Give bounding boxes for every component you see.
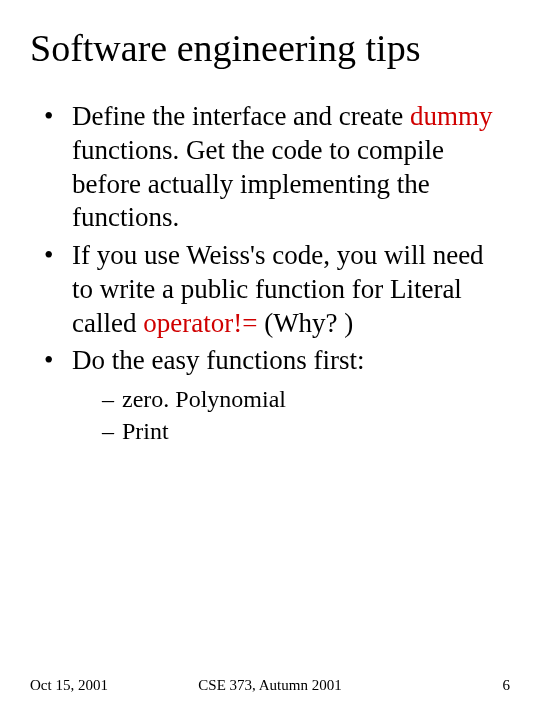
bullet-text-pre: Define the interface and create <box>72 101 410 131</box>
footer-date: Oct 15, 2001 <box>30 677 108 694</box>
footer-page-number: 6 <box>503 677 511 694</box>
bullet-text-red: operator!= <box>143 308 257 338</box>
bullet-item: If you use Weiss's code, you will need t… <box>44 239 510 340</box>
bullet-text-red: dummy <box>410 101 493 131</box>
bullet-item: Define the interface and create dummy fu… <box>44 100 510 235</box>
sub-bullet-list: zero. Polynomial Print <box>102 384 510 446</box>
slide-footer: Oct 15, 2001 CSE 373, Autumn 2001 6 <box>0 677 540 694</box>
footer-course: CSE 373, Autumn 2001 <box>198 677 341 694</box>
bullet-text-post: functions. Get the code to compile befor… <box>72 135 444 233</box>
bullet-text-post: (Why? ) <box>257 308 353 338</box>
bullet-list: Define the interface and create dummy fu… <box>44 100 510 446</box>
slide: Software engineering tips Define the int… <box>0 0 540 720</box>
slide-title: Software engineering tips <box>30 20 510 70</box>
sub-bullet-item: zero. Polynomial <box>102 384 510 414</box>
sub-bullet-item: Print <box>102 416 510 446</box>
bullet-text-pre: Do the easy functions first: <box>72 345 364 375</box>
bullet-item: Do the easy functions first: zero. Polyn… <box>44 344 510 446</box>
